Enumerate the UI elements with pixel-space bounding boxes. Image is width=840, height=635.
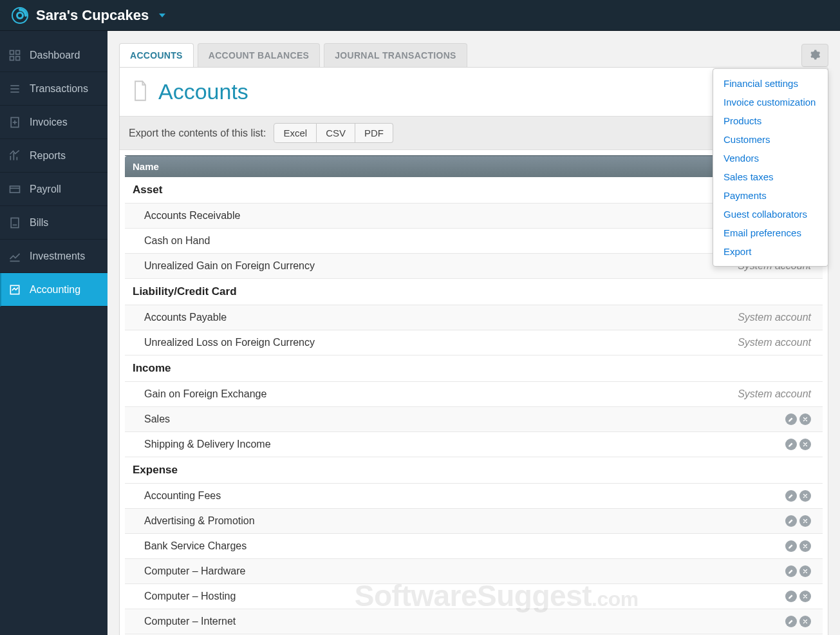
delete-icon[interactable]: [799, 490, 811, 502]
accounting-icon: [8, 283, 22, 296]
edit-icon[interactable]: [785, 515, 797, 527]
sidebar-item-label: Dashboard: [30, 50, 80, 61]
account-name: Unrealized Loss on Foreign Currency: [125, 330, 568, 355]
group-name: Income: [125, 355, 823, 382]
account-name: Unrealized Gain on Foreign Currency: [125, 254, 568, 279]
account-name: Accounts Payable: [125, 305, 568, 330]
tab-accounts[interactable]: ACCOUNTS: [119, 43, 194, 67]
col-name[interactable]: Name: [125, 156, 568, 178]
table-row[interactable]: Computer – Internet: [125, 609, 823, 634]
table-row[interactable]: Accounts PayableSystem account: [125, 305, 823, 330]
svg-rect-4: [16, 50, 20, 54]
tab-journal-transactions[interactable]: JOURNAL TRANSACTIONS: [324, 43, 467, 67]
tab-account-balances[interactable]: ACCOUNT BALANCES: [198, 43, 320, 67]
table-row[interactable]: Bank Service Charges: [125, 534, 823, 559]
caret-down-icon: [159, 14, 165, 17]
dashboard-icon: [8, 49, 22, 62]
table-row[interactable]: Gain on Foreign ExchangeSystem account: [125, 382, 823, 407]
table-group-row: Expense: [125, 457, 823, 484]
delete-icon[interactable]: [799, 616, 811, 627]
account-actions: [568, 534, 823, 559]
sidebar-item-bills[interactable]: Bills: [0, 206, 107, 240]
sidebar-item-invoices[interactable]: Invoices: [0, 106, 107, 139]
account-actions: [568, 559, 823, 584]
delete-icon[interactable]: [799, 565, 811, 577]
account-name: Gain on Foreign Exchange: [125, 382, 568, 407]
dropdown-item[interactable]: Customers: [713, 130, 828, 149]
edit-icon[interactable]: [785, 616, 797, 627]
account-name: Bank Service Charges: [125, 534, 568, 559]
account-name: Computer – Hardware: [125, 559, 568, 584]
export-label: Export the contents of this list:: [129, 128, 266, 139]
account-name: Sales: [125, 407, 568, 432]
sidebar: Dashboard Transactions Invoices Reports …: [0, 31, 107, 635]
delete-icon[interactable]: [799, 439, 811, 450]
sidebar-item-investments[interactable]: Investments: [0, 240, 107, 273]
sidebar-item-dashboard[interactable]: Dashboard: [0, 39, 107, 72]
table-row[interactable]: Shipping & Delivery Income: [125, 432, 823, 457]
reports-icon: [8, 149, 22, 162]
sidebar-item-label: Payroll: [30, 184, 61, 195]
account-name: Computer – Internet: [125, 609, 568, 634]
account-actions: [568, 484, 823, 509]
account-name: Shipping & Delivery Income: [125, 432, 568, 457]
svg-rect-21: [10, 285, 19, 294]
brand-selector[interactable]: Sara's Cupcakes: [6, 0, 171, 30]
table-row[interactable]: Advertising & Promotion: [125, 509, 823, 534]
edit-icon[interactable]: [785, 490, 797, 502]
bills-icon: [8, 216, 22, 229]
account-actions: [568, 407, 823, 432]
dropdown-item[interactable]: Guest collaborators: [713, 205, 828, 223]
export-pdf-button[interactable]: PDF: [355, 123, 393, 143]
export-csv-button[interactable]: CSV: [317, 123, 355, 143]
account-actions: [568, 509, 823, 534]
group-name: Expense: [125, 457, 823, 484]
sidebar-item-label: Bills: [30, 217, 48, 229]
edit-icon[interactable]: [785, 413, 797, 425]
dropdown-item[interactable]: Vendors: [713, 149, 828, 167]
settings-dropdown: Financial settingsInvoice customizationP…: [713, 68, 828, 267]
dropdown-item[interactable]: Export: [713, 242, 828, 261]
table-row[interactable]: Computer – Hardware: [125, 559, 823, 584]
delete-icon[interactable]: [799, 515, 811, 527]
table-group-row: Liability/Credit Card: [125, 279, 823, 305]
dropdown-item[interactable]: Invoice customization: [713, 93, 828, 111]
svg-rect-5: [10, 56, 14, 60]
page-title: Accounts: [158, 79, 248, 104]
sidebar-item-payroll[interactable]: Payroll: [0, 173, 107, 206]
settings-button[interactable]: [801, 44, 828, 67]
sidebar-item-transactions[interactable]: Transactions: [0, 72, 107, 106]
edit-icon[interactable]: [785, 439, 797, 450]
account-actions: [568, 609, 823, 634]
dropdown-item[interactable]: Payments: [713, 186, 828, 205]
table-row[interactable]: Sales: [125, 407, 823, 432]
table-row[interactable]: Accounting Fees: [125, 484, 823, 509]
group-name: Liability/Credit Card: [125, 279, 823, 305]
edit-icon[interactable]: [785, 540, 797, 552]
sidebar-item-label: Transactions: [30, 83, 88, 95]
table-group-row: Income: [125, 355, 823, 382]
account-actions: [568, 584, 823, 609]
account-actions: System account: [568, 330, 823, 355]
dropdown-item[interactable]: Products: [713, 111, 828, 130]
delete-icon[interactable]: [799, 540, 811, 552]
dropdown-item[interactable]: Email preferences: [713, 223, 828, 242]
table-row[interactable]: Computer – Hosting: [125, 584, 823, 609]
edit-icon[interactable]: [785, 565, 797, 577]
svg-rect-18: [11, 218, 19, 227]
dropdown-item[interactable]: Sales taxes: [713, 167, 828, 186]
brand-logo-icon: [12, 7, 28, 24]
delete-icon[interactable]: [799, 591, 811, 602]
edit-icon[interactable]: [785, 591, 797, 602]
brand-name: Sara's Cupcakes: [36, 7, 149, 24]
sidebar-item-reports[interactable]: Reports: [0, 139, 107, 173]
dropdown-item[interactable]: Financial settings: [713, 74, 828, 93]
sidebar-item-accounting[interactable]: Accounting: [0, 273, 107, 307]
table-row[interactable]: Unrealized Loss on Foreign CurrencySyste…: [125, 330, 823, 355]
delete-icon[interactable]: [799, 413, 811, 425]
export-excel-button[interactable]: Excel: [274, 123, 317, 143]
svg-rect-3: [10, 50, 14, 54]
account-name: Cash on Hand: [125, 229, 568, 254]
investments-icon: [8, 250, 22, 263]
invoices-icon: [8, 116, 22, 129]
